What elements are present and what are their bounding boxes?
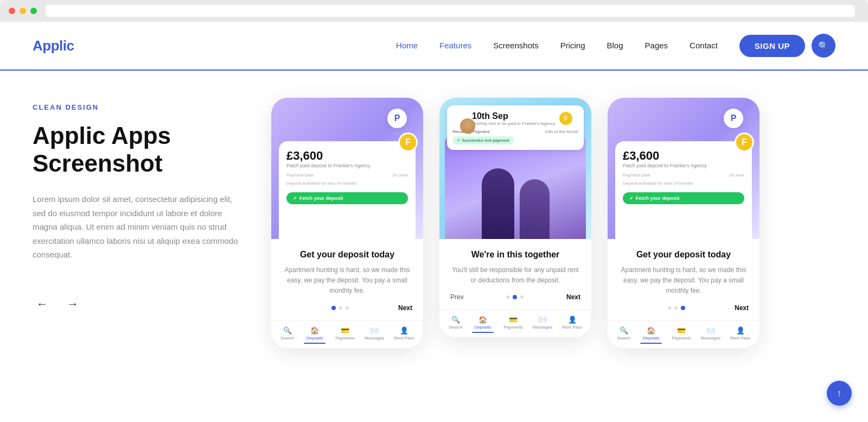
scroll-top-icon: ↑ bbox=[837, 388, 842, 399]
scroll-top-button[interactable]: ↑ bbox=[827, 381, 852, 406]
deposit-amount-1: £3,600 bbox=[286, 149, 408, 163]
mini-app-1: £3,600 Patch paid deposit to Frankie's A… bbox=[279, 141, 416, 239]
rent-card-overlay: 10th Sep Monthly rent to be paid to Fran… bbox=[447, 105, 584, 150]
payments-nav-icon-3: 💳 bbox=[677, 326, 686, 335]
nav-link-blog[interactable]: Blog bbox=[607, 41, 623, 50]
nav-deposits-2: 🏠 Deposits bbox=[472, 316, 494, 333]
dot-3-1 bbox=[668, 306, 671, 310]
nav-indicator-3 bbox=[640, 343, 662, 344]
nav-deposits-1: 🏠 Deposits bbox=[304, 326, 326, 344]
nav-links: Home Features Screenshots Pricing Blog P… bbox=[396, 41, 718, 51]
nav-payments-2: 💳 Payments bbox=[503, 316, 523, 333]
couple-photo bbox=[445, 136, 586, 239]
nav-link-pages[interactable]: Pages bbox=[645, 41, 668, 50]
nav-link-screenshots[interactable]: Screenshots bbox=[493, 41, 538, 50]
card-next-3[interactable]: Next bbox=[735, 304, 749, 312]
person-2 bbox=[520, 179, 550, 239]
card-title-1: Get your deposit today bbox=[282, 250, 412, 260]
browser-chrome bbox=[0, 0, 868, 22]
search-nav-icon-2: 🔍 bbox=[451, 316, 460, 324]
f-badge-1: F bbox=[398, 133, 418, 152]
dot-1-3 bbox=[346, 306, 349, 310]
messages-nav-icon-2: ✉️ bbox=[538, 316, 547, 324]
card-dots-1 bbox=[331, 306, 349, 310]
p-badge-1: P bbox=[387, 109, 407, 128]
fetch-deposit-btn-3[interactable]: ✓ Fetch your deposit bbox=[623, 192, 744, 204]
nav-indicator-1 bbox=[304, 343, 326, 344]
payments-nav-icon-2: 💳 bbox=[509, 316, 518, 324]
person-1 bbox=[482, 168, 514, 239]
prev-arrow-button[interactable]: ← bbox=[33, 294, 52, 314]
nav-rentpass-3: 👤 Rent Pass bbox=[730, 326, 750, 344]
card-title-2: We're in this together bbox=[450, 250, 580, 260]
card-next-2[interactable]: Next bbox=[566, 293, 580, 301]
deposits-nav-icon-2: 🏠 bbox=[478, 316, 487, 324]
address-bar[interactable] bbox=[46, 5, 855, 17]
rentpass-nav-icon-2: 👤 bbox=[568, 316, 577, 324]
left-panel: CLEAN DESIGN Applic Apps Screenshot Lore… bbox=[33, 92, 239, 422]
deposits-nav-icon-3: 🏠 bbox=[647, 326, 655, 335]
card-desc-1: Apartment hunting is hard, so we made th… bbox=[282, 265, 412, 297]
card-info-1: Get your deposit today Apartment hunting… bbox=[271, 239, 423, 320]
people-silhouette bbox=[472, 152, 559, 239]
close-button[interactable] bbox=[9, 8, 15, 14]
nav-payments-3: 💳 Payments bbox=[672, 326, 691, 344]
f-icon-circle: F bbox=[559, 112, 572, 125]
phone-bottom-nav-1: 🔍 Search 🏠 Deposits 💳 Payments ✉️ bbox=[271, 320, 423, 348]
phone-bottom-nav-3: 🔍 Search 🏠 Deposits 💳 Payments ✉️ bbox=[608, 320, 760, 348]
card-info-2: We're in this together You'll still be r… bbox=[439, 239, 591, 310]
phone-card-2: 10th Sep Monthly rent to be paid to Fran… bbox=[439, 98, 591, 337]
nav-messages-1: ✉️ Messages bbox=[365, 326, 384, 344]
nav-link-contact[interactable]: Contact bbox=[690, 41, 718, 50]
nav-deposits-3: 🏠 Deposits bbox=[640, 326, 662, 344]
dot-1-2 bbox=[339, 306, 342, 310]
search-button[interactable]: 🔍 bbox=[812, 34, 835, 58]
nav-link-home[interactable]: Home bbox=[396, 41, 418, 50]
success-badge: ✓ Successful rent payment bbox=[452, 136, 514, 144]
f-badge-3: F bbox=[735, 133, 754, 152]
nav-search-2: 🔍 Search bbox=[449, 316, 462, 333]
mini-app-3: £3,600 Patch paid deposit to Frankie's A… bbox=[615, 141, 752, 239]
next-arrow-button[interactable]: → bbox=[63, 294, 82, 314]
content-area: CLEAN DESIGN Applic Apps Screenshot Lore… bbox=[0, 71, 868, 422]
nav-search-3: 🔍 Search bbox=[617, 326, 630, 344]
dot-3-3 bbox=[681, 306, 685, 310]
deposits-nav-icon-1: 🏠 bbox=[310, 326, 319, 335]
phone-screen-2: 10th Sep Monthly rent to be paid to Fran… bbox=[439, 98, 591, 239]
messages-nav-icon-3: ✉️ bbox=[706, 326, 715, 335]
dot-2-3 bbox=[520, 295, 524, 299]
dot-3-2 bbox=[674, 306, 678, 310]
phone-bottom-nav-2: 🔍 Search 🏠 Deposits 💳 Payments ✉️ bbox=[439, 310, 591, 337]
card-next-1[interactable]: Next bbox=[398, 304, 412, 312]
rent-date: 10th Sep bbox=[472, 111, 555, 121]
fetch-deposit-btn-1[interactable]: ✓ Fetch your deposit bbox=[286, 192, 408, 204]
card-nav-3: Next bbox=[618, 304, 749, 312]
phone-screen-1: P £3,600 Patch paid deposit to Frankie's… bbox=[271, 98, 423, 239]
page: Applic Home Features Screenshots Pricing… bbox=[0, 22, 868, 422]
nav-link-features[interactable]: Features bbox=[439, 41, 471, 50]
card-title-3: Get your deposit today bbox=[618, 250, 749, 260]
maximize-button[interactable] bbox=[30, 8, 37, 14]
signup-button[interactable]: SIGN UP bbox=[739, 35, 805, 57]
search-nav-icon-1: 🔍 bbox=[283, 326, 292, 335]
deposit-note-1: Deposit activated for next 24 months bbox=[286, 181, 408, 186]
phone-card-3: P £3,600 Patch paid deposit to Frankie's… bbox=[608, 98, 760, 348]
card-dots-3 bbox=[668, 306, 685, 310]
payment-date-label-1: Payment Date bbox=[286, 173, 314, 178]
logo[interactable]: Applic bbox=[33, 37, 74, 54]
nav-messages-3: ✉️ Messages bbox=[701, 326, 720, 344]
nav-payments-1: 💳 Payments bbox=[335, 326, 355, 344]
search-icon: 🔍 bbox=[818, 41, 829, 51]
dot-2-1 bbox=[506, 295, 509, 299]
card-prev-2[interactable]: Prev bbox=[450, 293, 464, 301]
card-dots-2 bbox=[506, 295, 524, 299]
deposit-note-3: Deposit activated for next 24 months bbox=[623, 181, 744, 186]
nav-rentpass-2: 👤 Rent Pass bbox=[562, 316, 582, 333]
phone-screen-3: P £3,600 Patch paid deposit to Frankie's… bbox=[608, 98, 760, 239]
minimize-button[interactable] bbox=[20, 8, 26, 14]
mini-card-info: 10th Sep Monthly rent to be paid to Fran… bbox=[472, 111, 555, 126]
rentpass-nav-icon-1: 👤 bbox=[400, 326, 409, 335]
messages-nav-icon-1: ✉️ bbox=[370, 326, 379, 335]
nav-link-pricing[interactable]: Pricing bbox=[560, 41, 585, 50]
dot-2-2 bbox=[513, 295, 517, 299]
